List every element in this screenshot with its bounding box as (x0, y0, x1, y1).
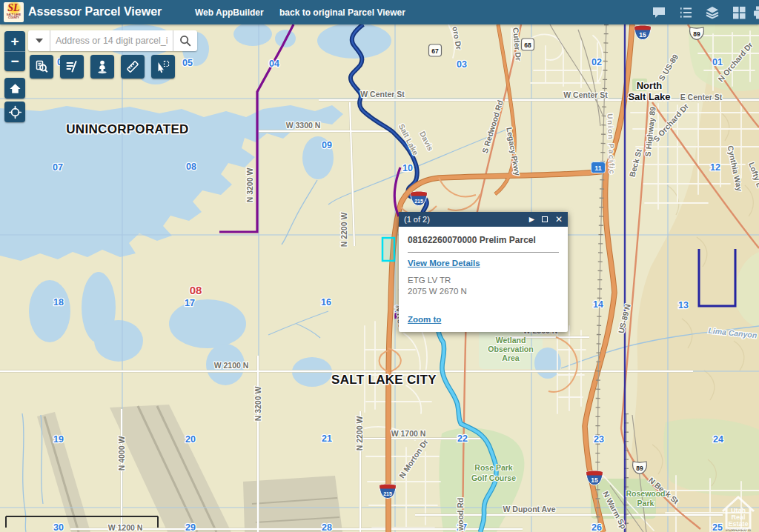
basemap-grid-icon[interactable] (731, 4, 747, 21)
map-label-08: 08 (186, 162, 196, 172)
message-icon[interactable] (651, 4, 667, 21)
ruler-icon (125, 59, 140, 74)
search-widget (28, 30, 197, 51)
parcel-search-tool-button[interactable] (30, 55, 53, 79)
home-extent-button[interactable] (4, 78, 25, 99)
select-tool-button[interactable] (151, 55, 175, 79)
map-label-e-center-st: E Center St (680, 93, 723, 102)
map-label-19: 19 (53, 434, 64, 445)
map-label-07: 07 (53, 162, 63, 173)
minus-icon: − (10, 53, 19, 70)
map-label-salt-lake-city: SALT LAKE CITY (331, 373, 437, 387)
popup-header[interactable]: (1 of 2) ▶ ✕ (399, 212, 568, 227)
edit-lines-tool-button[interactable] (60, 55, 84, 79)
map-label-04: 04 (269, 59, 279, 69)
state-route-shield-68: 68 (522, 39, 534, 50)
map-label-rosewood: Rosewood (626, 489, 665, 498)
map-label-28: 28 (322, 522, 332, 532)
home-icon (8, 82, 22, 96)
map-label-wood-rd: wood Rd (456, 498, 465, 531)
map-label-26: 26 (591, 522, 602, 532)
map-label-13: 13 (678, 300, 689, 310)
map-label-03: 03 (457, 59, 467, 70)
nav-back-to-original[interactable]: back to original Parcel Viewer (279, 7, 405, 18)
page-title: Assessor Parcel Viewer (28, 5, 162, 19)
search-submit-button[interactable] (173, 30, 197, 51)
map-label-23: 23 (594, 434, 604, 445)
svg-text:15: 15 (591, 476, 598, 484)
map-label-n-4000-w: N 4000 W (117, 436, 126, 471)
svg-text:11: 11 (594, 164, 602, 172)
select-cursor-icon (156, 59, 170, 74)
state-route-shield-67: 67 (429, 44, 442, 56)
map-label-park: Park (637, 499, 654, 508)
svg-text:215: 215 (383, 491, 392, 496)
map-label-14: 14 (593, 299, 603, 310)
zoom-in-button[interactable]: + (4, 31, 25, 51)
route-badge-11: 11 (591, 162, 606, 173)
svg-text:15: 15 (639, 31, 646, 39)
measure-tool-button[interactable] (121, 55, 145, 79)
popup-body: 08162260070000 Prelim Parcel View More D… (399, 227, 568, 332)
document-search-icon (34, 59, 49, 74)
map-label-10: 10 (402, 163, 413, 173)
logo-subtext: SALT LAKE COUNTY (4, 13, 24, 19)
popup-pager: (1 of 2) (404, 215, 430, 224)
map-label-rose-park: Rose Park (474, 463, 513, 472)
svg-text:215: 215 (414, 199, 423, 204)
pegman-icon (95, 59, 110, 74)
map-label-unincorporated: UNINCORPORATED (66, 122, 188, 136)
lines-pen-icon (64, 59, 79, 74)
map-label-salt-lake: Salt Lake (628, 91, 670, 102)
map-label-w-center-st: W Center St (563, 90, 608, 99)
map-label-30: 30 (53, 522, 64, 532)
print-icon[interactable] (752, 4, 759, 21)
view-more-details-link[interactable]: View More Details (408, 259, 480, 267)
map-label-n-3200-w: N 3200 W (253, 387, 262, 422)
map-label-18: 18 (53, 297, 64, 307)
map-label-w-1700-n: W 1700 N (391, 429, 426, 438)
app-header: SL SALT LAKE COUNTY Assessor Parcel View… (0, 0, 759, 24)
zoom-out-button[interactable]: − (4, 51, 25, 71)
close-icon[interactable]: ✕ (555, 215, 563, 224)
map-canvas[interactable]: 2152151515898967686811 06050403020107080… (0, 0, 759, 532)
map-label-21: 21 (322, 433, 332, 444)
map-label-north: North (637, 80, 663, 91)
map-label-16: 16 (321, 297, 331, 307)
chevron-down-icon (36, 39, 43, 43)
plus-icon: + (10, 33, 19, 50)
svg-text:89: 89 (693, 30, 700, 38)
map-label-w-2100-n: W 2100 N (214, 361, 249, 370)
map-label-w-dupont-ave: W Dupont Ave (503, 505, 556, 513)
map-label-wetland: Wetland (496, 336, 526, 345)
legend-list-icon[interactable] (677, 4, 694, 21)
map-label-17: 17 (185, 298, 195, 308)
search-icon (179, 34, 192, 47)
map-label-02: 02 (591, 57, 602, 67)
map-label-n-2200-w: N 2200 W (355, 416, 364, 451)
map-label-observation: Observation (488, 345, 533, 353)
map-label-12: 12 (710, 162, 720, 173)
zoom-to-link[interactable]: Zoom to (408, 315, 441, 324)
map-label-n-3200-w: N 3200 W (245, 168, 254, 203)
map-label-w-center-st: W Center St (360, 90, 405, 99)
search-source-dropdown[interactable] (28, 30, 50, 51)
selected-parcel-highlight[interactable] (382, 238, 394, 261)
assessor-parcel-viewer-app: { "header": { "title": "Assessor Parcel … (0, 0, 759, 532)
map-label-05: 05 (182, 58, 193, 68)
crosshair-icon (8, 105, 22, 119)
map-label-24: 24 (713, 434, 723, 445)
logo-text: SL (4, 2, 24, 13)
maximize-icon[interactable] (542, 216, 548, 222)
map-label-01: 01 (712, 57, 723, 67)
parcel-popup: (1 of 2) ▶ ✕ 08162260070000 Prelim Parce… (399, 212, 568, 332)
nav-web-appbuilder[interactable]: Web AppBuilder (195, 7, 264, 18)
my-location-button[interactable] (4, 102, 25, 122)
popup-parcel-title: 08162260070000 Prelim Parcel (408, 233, 559, 253)
street-view-tool-button[interactable] (90, 55, 114, 79)
next-feature-icon[interactable]: ▶ (529, 216, 534, 223)
map-label-09: 09 (322, 140, 332, 150)
svg-text:68: 68 (524, 41, 531, 49)
search-input[interactable] (50, 30, 173, 51)
layers-icon[interactable] (704, 4, 720, 21)
